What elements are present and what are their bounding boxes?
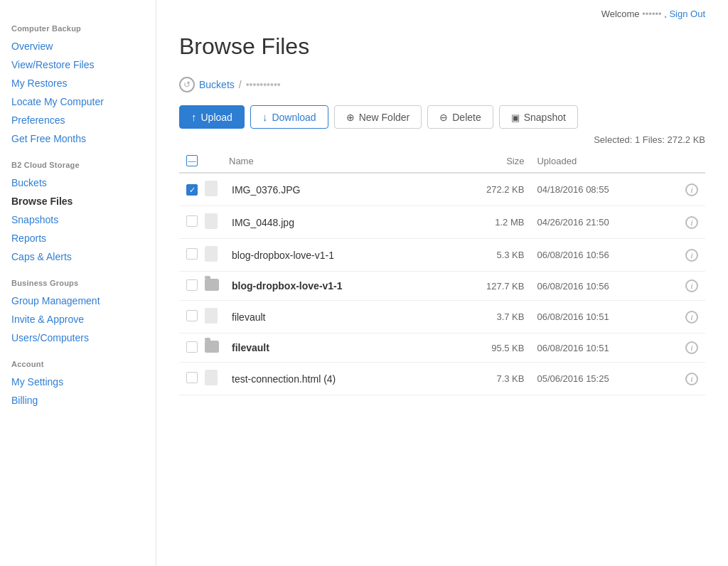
table-row: blog-dropbox-love-v1-15.3 KB06/08/2016 1… [179, 239, 705, 272]
sidebar-item-buckets[interactable]: Buckets [0, 173, 156, 192]
welcome-text: Welcome [601, 9, 640, 19]
sidebar: Computer BackupOverviewView/Restore File… [0, 0, 156, 566]
sidebar-section-label: Account [0, 347, 156, 373]
row-checkbox-cell [179, 272, 205, 301]
file-icon [205, 213, 218, 229]
selection-info: Selected: 1 Files: 272.2 KB [179, 134, 705, 145]
sidebar-item-group-management[interactable]: Group Management [0, 292, 156, 310]
delete-button[interactable]: Delete [427, 105, 493, 129]
sidebar-item-reports[interactable]: Reports [0, 229, 156, 247]
table-row: filevault95.5 KB06/08/2016 10:51i [179, 333, 705, 363]
file-name[interactable]: test-connection.html (4) [225, 363, 441, 395]
file-uploaded: 06/08/2016 10:51 [531, 301, 678, 333]
toolbar: Upload Download New Folder Delete Snapsh… [179, 105, 705, 129]
upload-button[interactable]: Upload [179, 105, 245, 129]
select-all-checkbox[interactable]: — [186, 155, 198, 166]
file-uploaded: 06/08/2016 10:51 [531, 333, 678, 363]
sidebar-item-users-computers[interactable]: Users/Computers [0, 329, 156, 347]
snapshot-button[interactable]: Snapshot [499, 105, 578, 129]
info-icon[interactable]: i [685, 216, 698, 229]
row-checkbox[interactable] [186, 372, 198, 383]
breadcrumb-back-button[interactable]: ↺ [179, 77, 195, 92]
table-row: test-connection.html (4)7.3 KB05/06/2016… [179, 363, 705, 395]
file-name[interactable]: filevault [225, 301, 441, 333]
file-uploaded: 05/06/2016 15:25 [531, 363, 678, 395]
breadcrumb-separator: / [239, 79, 242, 90]
info-icon[interactable]: i [685, 249, 698, 262]
sidebar-item-view-restore[interactable]: View/Restore Files [0, 55, 156, 74]
file-uploaded: 04/18/2016 08:55 [531, 173, 678, 206]
new-folder-icon [346, 111, 355, 123]
file-size: 7.3 KB [441, 363, 531, 395]
info-icon[interactable]: i [685, 311, 698, 324]
sidebar-item-snapshots[interactable]: Snapshots [0, 210, 156, 229]
file-uploaded: 04/26/2016 21:50 [531, 206, 678, 239]
info-icon[interactable]: i [685, 183, 698, 196]
info-icon[interactable]: i [685, 373, 698, 385]
header-bar: Welcome •••••• , Sign Out [179, 0, 705, 25]
file-size: 1.2 MB [441, 206, 531, 239]
row-checkbox[interactable] [186, 279, 198, 291]
file-icon [205, 181, 218, 196]
sidebar-section-label: B2 Cloud Storage [0, 148, 156, 173]
info-icon[interactable]: i [685, 341, 698, 354]
table-row: ✓IMG_0376.JPG272.2 KB04/18/2016 08:55i [179, 173, 705, 206]
file-name[interactable]: filevault [225, 333, 441, 363]
breadcrumb-root[interactable]: Buckets [199, 79, 235, 90]
info-icon[interactable]: i [685, 279, 698, 292]
file-uploaded: 06/08/2016 10:56 [531, 239, 678, 272]
sidebar-section-label: Business Groups [0, 266, 156, 292]
sidebar-item-my-restores[interactable]: My Restores [0, 74, 156, 92]
select-all-header[interactable]: — [179, 149, 205, 173]
row-checkbox[interactable] [186, 310, 198, 321]
file-icon [205, 308, 218, 324]
file-size: 3.7 KB [441, 301, 531, 333]
file-name[interactable]: blog-dropbox-love-v1-1 [225, 272, 441, 301]
row-checkbox-cell [179, 206, 205, 239]
col-header-name[interactable]: Name [225, 149, 441, 173]
file-uploaded: 06/08/2016 10:56 [531, 272, 678, 301]
file-table: — Name Size Uploaded ✓IMG_0376.JPG272.2 … [179, 149, 705, 395]
file-name[interactable]: IMG_0376.JPG [225, 173, 441, 206]
breadcrumb: ↺ Buckets / •••••••••• [179, 77, 705, 92]
sign-out-link[interactable]: Sign Out [669, 9, 705, 19]
sidebar-item-preferences[interactable]: Preferences [0, 111, 156, 129]
sidebar-item-overview[interactable]: Overview [0, 37, 156, 55]
folder-icon [205, 279, 219, 291]
table-row: IMG_0448.jpg1.2 MB04/26/2016 21:50i [179, 206, 705, 239]
sidebar-item-locate-computer[interactable]: Locate My Computer [0, 92, 156, 111]
row-checkbox[interactable]: ✓ [186, 184, 198, 196]
row-checkbox-cell [179, 239, 205, 272]
table-row: filevault3.7 KB06/08/2016 10:51i [179, 301, 705, 333]
row-checkbox-cell [179, 333, 205, 363]
sidebar-item-my-settings[interactable]: My Settings [0, 373, 156, 391]
row-checkbox[interactable] [186, 215, 198, 227]
row-checkbox[interactable] [186, 341, 198, 353]
file-name[interactable]: IMG_0448.jpg [225, 206, 441, 239]
row-checkbox-cell [179, 363, 205, 395]
file-size: 272.2 KB [441, 173, 531, 206]
col-header-size: Size [441, 149, 531, 173]
file-icon [205, 370, 218, 385]
sidebar-item-billing[interactable]: Billing [0, 391, 156, 410]
file-icon [205, 246, 218, 262]
sidebar-item-get-free-months[interactable]: Get Free Months [0, 129, 156, 148]
row-checkbox-cell: ✓ [179, 173, 205, 206]
username: •••••• [642, 9, 661, 19]
col-header-uploaded: Uploaded [531, 149, 678, 173]
row-checkbox-cell [179, 301, 205, 333]
download-icon [262, 111, 268, 123]
delete-icon [439, 111, 448, 123]
sidebar-item-browse-files[interactable]: Browse Files [0, 192, 156, 210]
table-header-row: — Name Size Uploaded [179, 149, 705, 173]
row-checkbox[interactable] [186, 248, 198, 260]
sidebar-item-caps-alerts[interactable]: Caps & Alerts [0, 247, 156, 266]
folder-icon [205, 341, 219, 353]
file-name[interactable]: blog-dropbox-love-v1-1 [225, 239, 441, 272]
breadcrumb-current: •••••••••• [246, 79, 281, 90]
sidebar-item-invite-approve[interactable]: Invite & Approve [0, 310, 156, 329]
file-size: 5.3 KB [441, 239, 531, 272]
new-folder-button[interactable]: New Folder [334, 105, 422, 129]
table-row: blog-dropbox-love-v1-1127.7 KB06/08/2016… [179, 272, 705, 301]
download-button[interactable]: Download [250, 105, 328, 129]
